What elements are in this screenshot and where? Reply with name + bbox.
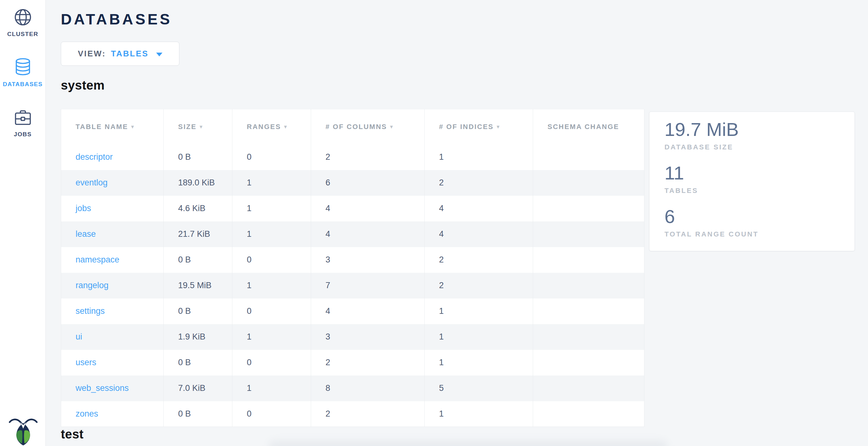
database-section-title-system: system bbox=[61, 78, 105, 92]
size-cell: 1.9 KiB bbox=[164, 324, 232, 350]
view-selector-dropdown[interactable]: VIEW: TABLES bbox=[61, 42, 179, 66]
schema-change-cell bbox=[533, 350, 644, 376]
sidebar: CLUSTER DATABASES JOBS bbox=[0, 0, 46, 446]
table-name-cell: zones bbox=[61, 401, 164, 427]
sort-caret-icon: ▾ bbox=[284, 124, 287, 129]
columns-count-cell: 3 bbox=[311, 324, 425, 350]
sidebar-item-jobs[interactable]: JOBS bbox=[0, 108, 45, 138]
table-row: ui 1.9 KiB 1 3 1 bbox=[61, 324, 644, 350]
table-row: jobs 4.6 KiB 1 4 4 bbox=[61, 196, 644, 221]
schema-change-cell bbox=[533, 273, 644, 299]
table-row: users 0 B 0 2 1 bbox=[61, 350, 644, 376]
column-header-indices[interactable]: # OF INDICES▾ bbox=[425, 109, 533, 144]
table-row: eventlog 189.0 KiB 1 6 2 bbox=[61, 170, 644, 196]
sidebar-item-label: CLUSTER bbox=[7, 31, 38, 38]
database-icon bbox=[14, 58, 32, 77]
range-count-value: 6 bbox=[664, 206, 855, 227]
range-count-stat: 6 TOTAL RANGE COUNT bbox=[664, 206, 855, 238]
columns-count-cell: 2 bbox=[311, 401, 425, 427]
column-header-size[interactable]: SIZE▾ bbox=[164, 109, 232, 144]
sort-caret-icon: ▾ bbox=[390, 124, 394, 129]
ranges-cell: 0 bbox=[232, 350, 311, 376]
ranges-cell: 1 bbox=[232, 196, 311, 221]
column-header-schema-change: SCHEMA CHANGE bbox=[533, 109, 644, 144]
dropdown-caret-icon bbox=[156, 53, 162, 56]
columns-count-cell: 4 bbox=[311, 299, 425, 324]
columns-count-cell: 6 bbox=[311, 170, 425, 196]
indices-count-cell: 4 bbox=[425, 221, 533, 247]
size-cell: 4.6 KiB bbox=[164, 196, 232, 221]
database-section-title-test: test bbox=[61, 427, 84, 441]
table-header: TABLE NAME▾ SIZE▾ RANGES▾ # OF COLUMNS▾ … bbox=[61, 109, 644, 144]
range-count-label: TOTAL RANGE COUNT bbox=[664, 230, 855, 238]
indices-count-cell: 1 bbox=[425, 401, 533, 427]
indices-count-cell: 1 bbox=[425, 350, 533, 376]
table-name-link[interactable]: descriptor bbox=[75, 152, 113, 162]
columns-count-cell: 2 bbox=[311, 350, 425, 376]
tables-count-label: TABLES bbox=[664, 187, 855, 195]
table-name-cell: users bbox=[61, 350, 164, 376]
table-name-cell: rangelog bbox=[61, 273, 164, 299]
table-name-link[interactable]: rangelog bbox=[75, 281, 108, 290]
schema-change-cell bbox=[533, 196, 644, 221]
size-cell: 19.5 MiB bbox=[164, 273, 232, 299]
ranges-cell: 1 bbox=[232, 273, 311, 299]
tables-count-stat: 11 TABLES bbox=[664, 163, 855, 195]
table-name-link[interactable]: settings bbox=[75, 306, 105, 316]
schema-change-cell bbox=[533, 170, 644, 196]
table-name-cell: lease bbox=[61, 221, 164, 247]
table-name-link[interactable]: users bbox=[75, 358, 96, 367]
table-row: descriptor 0 B 0 2 1 bbox=[61, 144, 644, 170]
table-row: settings 0 B 0 4 1 bbox=[61, 299, 644, 324]
table-name-link[interactable]: zones bbox=[75, 409, 98, 418]
size-cell: 0 B bbox=[164, 401, 232, 427]
schema-change-cell bbox=[533, 144, 644, 170]
indices-count-cell: 4 bbox=[425, 196, 533, 221]
database-summary-card: 19.7 MiB DATABASE SIZE 11 TABLES 6 TOTAL… bbox=[649, 111, 855, 251]
table-name-link[interactable]: web_sessions bbox=[75, 383, 129, 393]
table-name-link[interactable]: lease bbox=[75, 229, 96, 239]
schema-change-cell bbox=[533, 247, 644, 273]
column-header-ranges[interactable]: RANGES▾ bbox=[232, 109, 311, 144]
indices-count-cell: 2 bbox=[425, 247, 533, 273]
briefcase-icon bbox=[14, 108, 32, 127]
indices-count-cell: 1 bbox=[425, 144, 533, 170]
ranges-cell: 1 bbox=[232, 221, 311, 247]
table-name-link[interactable]: eventlog bbox=[75, 178, 107, 187]
indices-count-cell: 2 bbox=[425, 170, 533, 196]
sidebar-item-cluster[interactable]: CLUSTER bbox=[0, 7, 45, 38]
table-name-link[interactable]: jobs bbox=[75, 204, 91, 213]
table-name-link[interactable]: ui bbox=[75, 332, 82, 341]
size-cell: 189.0 KiB bbox=[164, 170, 232, 196]
column-header-columns[interactable]: # OF COLUMNS▾ bbox=[311, 109, 425, 144]
size-cell: 0 B bbox=[164, 299, 232, 324]
table-name-cell: settings bbox=[61, 299, 164, 324]
columns-count-cell: 8 bbox=[311, 376, 425, 401]
ranges-cell: 1 bbox=[232, 170, 311, 196]
sort-caret-icon: ▾ bbox=[200, 124, 203, 129]
table-name-cell: jobs bbox=[61, 196, 164, 221]
column-header-table-name[interactable]: TABLE NAME▾ bbox=[61, 109, 164, 144]
schema-change-cell bbox=[533, 401, 644, 427]
table-name-link[interactable]: namespace bbox=[75, 255, 120, 264]
database-size-value: 19.7 MiB bbox=[664, 119, 855, 140]
ranges-cell: 0 bbox=[232, 247, 311, 273]
database-size-label: DATABASE SIZE bbox=[664, 143, 855, 151]
page-title: DATABASES bbox=[61, 11, 172, 28]
table-row: lease 21.7 KiB 1 4 4 bbox=[61, 221, 644, 247]
schema-change-cell bbox=[533, 221, 644, 247]
table-body: descriptor 0 B 0 2 1 eventlog 189.0 KiB … bbox=[61, 144, 644, 427]
sidebar-item-databases[interactable]: DATABASES bbox=[0, 58, 45, 88]
globe-icon bbox=[14, 7, 32, 27]
size-cell: 0 B bbox=[164, 144, 232, 170]
system-tables-table: TABLE NAME▾ SIZE▾ RANGES▾ # OF COLUMNS▾ … bbox=[61, 109, 644, 427]
tables-count-value: 11 bbox=[664, 163, 855, 183]
view-selector-value: TABLES bbox=[111, 49, 149, 59]
table-row: web_sessions 7.0 KiB 1 8 5 bbox=[61, 376, 644, 401]
ranges-cell: 0 bbox=[232, 299, 311, 324]
indices-count-cell: 1 bbox=[425, 299, 533, 324]
offscreen-table-shadow bbox=[269, 440, 667, 446]
cockroachdb-logo-icon bbox=[8, 416, 38, 445]
database-size-stat: 19.7 MiB DATABASE SIZE bbox=[664, 119, 855, 151]
ranges-cell: 1 bbox=[232, 324, 311, 350]
